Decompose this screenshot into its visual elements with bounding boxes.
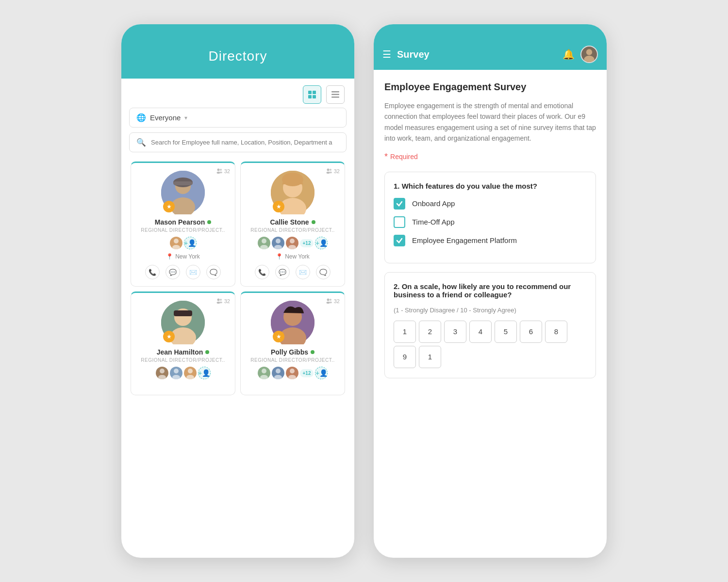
hamburger-menu-button[interactable]: ☰ xyxy=(382,48,391,60)
checkbox-onboard[interactable]: Onboard App xyxy=(394,198,587,210)
checkbox-engagement[interactable]: Employee Engagement Platform xyxy=(394,235,587,246)
search-bar: 🔍 xyxy=(129,132,347,152)
team-avatars-callie: +12 +👤 xyxy=(247,237,339,249)
svg-point-21 xyxy=(329,172,332,174)
list-view-button[interactable] xyxy=(326,85,345,104)
question-1-card: 1. Which features do you value the most?… xyxy=(384,172,596,263)
asterisk-icon: * xyxy=(384,152,388,162)
location-pin-icon: 📍 xyxy=(276,253,283,260)
emp-role-mason: REGIONAL DIRECTOR/PROJECT.. xyxy=(137,227,229,233)
scale-9[interactable]: 9 xyxy=(394,346,416,368)
survey-main-title: Employee Engagement Survey xyxy=(384,81,596,93)
add-person-button[interactable]: +👤 xyxy=(198,367,211,379)
message-button[interactable]: 💬 xyxy=(275,265,290,279)
svg-point-26 xyxy=(262,239,266,243)
survey-description: Employee engagement is the strength of m… xyxy=(384,100,596,144)
add-person-button[interactable]: +👤 xyxy=(315,367,328,379)
location-pin-icon: 📍 xyxy=(166,253,173,260)
employee-card-polly[interactable]: 32 ★ Polly Gibbs REGIONAL DIRECTOR/PROJE… xyxy=(240,291,345,395)
filter-label: Everyone xyxy=(150,113,181,122)
team-member-avatar xyxy=(258,237,270,249)
svg-point-20 xyxy=(330,169,331,171)
svg-rect-0 xyxy=(308,91,312,94)
survey-header-left: ☰ Survey xyxy=(382,48,430,60)
message-button[interactable]: 💬 xyxy=(165,265,180,279)
checkbox-onboard-label: Onboard App xyxy=(412,199,455,208)
employee-card-mason[interactable]: 32 ★ Mason Pearson REGIONAL D xyxy=(131,162,235,287)
call-button[interactable]: 📞 xyxy=(255,265,269,279)
call-button[interactable]: 📞 xyxy=(145,265,160,279)
notification-bell-button[interactable]: 🔔 xyxy=(563,48,575,60)
checkbox-onboard-box[interactable] xyxy=(394,198,405,210)
scale-5[interactable]: 5 xyxy=(495,321,517,343)
employee-card-jean[interactable]: 32 ★ Jean Hamilton REGIONAL DIRECTOR/PRO… xyxy=(131,291,235,395)
phone-notch-right xyxy=(456,24,524,38)
scale-3[interactable]: 3 xyxy=(444,321,466,343)
star-badge-jean: ★ xyxy=(163,331,175,342)
star-badge-callie: ★ xyxy=(273,201,284,212)
team-member-avatar xyxy=(156,367,168,379)
chat-button[interactable]: 🗨️ xyxy=(206,265,221,279)
team-member-avatar xyxy=(170,367,182,379)
svg-point-17 xyxy=(172,245,180,249)
svg-point-42 xyxy=(174,369,179,373)
list-icon xyxy=(331,90,340,99)
scale-2[interactable]: 2 xyxy=(419,321,441,343)
emp-name-mason: Mason Pearson xyxy=(137,218,229,226)
scale-10[interactable]: 1 xyxy=(419,346,441,368)
scale-8[interactable]: 8 xyxy=(545,321,567,343)
emp-role-callie: REGIONAL DIRECTOR/PROJECT.. xyxy=(247,227,339,233)
search-input[interactable] xyxy=(151,139,339,146)
checkbox-timeoff[interactable]: Time-Off App xyxy=(394,216,587,228)
svg-point-30 xyxy=(290,239,295,243)
survey-header-right: 🔔 xyxy=(563,46,598,63)
svg-rect-15 xyxy=(173,181,193,185)
question-2-card: 2. On a scale, how likely are you to rec… xyxy=(384,272,596,378)
emp-location-mason: 📍 New York xyxy=(137,253,229,260)
online-indicator-jean xyxy=(205,350,209,354)
checkbox-engagement-box[interactable] xyxy=(394,235,405,246)
checkmark-icon xyxy=(396,200,403,207)
user-avatar-header[interactable] xyxy=(580,46,598,63)
everyone-filter[interactable]: 🌐 Everyone ▾ xyxy=(129,108,347,128)
add-person-button[interactable]: +👤 xyxy=(315,237,328,249)
action-icons-callie: 📞 💬 ✉️ 🗨️ xyxy=(247,265,339,279)
scale-4[interactable]: 4 xyxy=(469,321,492,343)
employee-card-callie[interactable]: 32 ★ Callie Stone REGIONAL DI xyxy=(240,162,345,287)
team-avatars-mason: +👤 xyxy=(137,237,229,249)
chat-button[interactable]: 🗨️ xyxy=(316,265,331,279)
team-member-avatar xyxy=(272,367,284,379)
scale-6[interactable]: 6 xyxy=(520,321,542,343)
svg-point-49 xyxy=(329,302,332,304)
team-member-avatar xyxy=(258,367,270,379)
team-member-avatar xyxy=(286,367,298,379)
svg-point-53 xyxy=(262,369,266,373)
team-member-avatar xyxy=(184,367,197,379)
member-count-mason: 32 xyxy=(216,168,230,175)
emp-location-callie: 📍 New York xyxy=(247,253,339,260)
add-person-button[interactable]: +👤 xyxy=(184,237,197,249)
svg-point-41 xyxy=(158,375,166,379)
emp-role-jean: REGIONAL DIRECTOR/PROJECT.. xyxy=(137,357,229,363)
svg-point-43 xyxy=(172,375,180,379)
email-button[interactable]: ✉️ xyxy=(296,265,310,279)
scale-label: (1 - Strongly Disagree / 10 - Strongly A… xyxy=(394,307,587,314)
svg-point-7 xyxy=(217,169,219,171)
star-badge-mason: ★ xyxy=(163,201,175,212)
scale-1[interactable]: 1 xyxy=(394,321,416,343)
employee-grid: 32 ★ Mason Pearson REGIONAL D xyxy=(121,159,354,404)
svg-point-32 xyxy=(217,299,219,301)
team-member-avatar xyxy=(272,237,284,249)
svg-rect-5 xyxy=(331,94,339,96)
checkbox-timeoff-box[interactable] xyxy=(394,216,405,228)
survey-content: Employee Engagement Survey Employee enga… xyxy=(374,70,607,399)
question-2-text: 2. On a scale, how likely are you to rec… xyxy=(394,282,587,299)
grid-view-button[interactable] xyxy=(303,85,321,104)
email-button[interactable]: ✉️ xyxy=(186,265,200,279)
required-label: * Required xyxy=(384,152,596,162)
svg-point-18 xyxy=(327,169,329,171)
star-badge-polly: ★ xyxy=(273,331,284,342)
directory-title: Directory xyxy=(131,48,345,64)
checkbox-timeoff-label: Time-Off App xyxy=(412,218,455,226)
svg-rect-39 xyxy=(174,310,192,316)
